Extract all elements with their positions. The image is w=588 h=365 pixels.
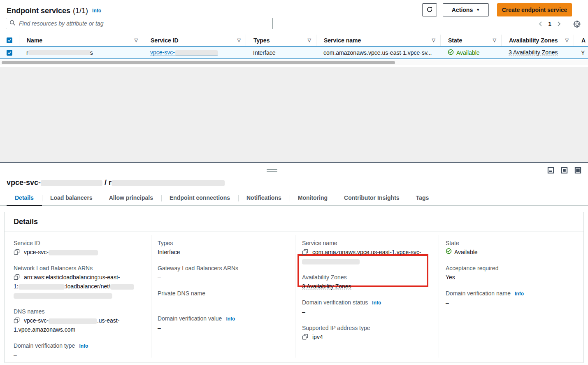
column-header-acceptance[interactable]: A	[574, 35, 588, 46]
search-input[interactable]	[19, 20, 269, 27]
field-private-dns-name: Private DNS name –	[158, 289, 289, 307]
split-panel-title: vpce-svc- / r	[7, 178, 225, 187]
redacted-text	[110, 284, 134, 290]
search-box[interactable]	[6, 18, 273, 29]
column-header-service-id[interactable]: Service ID ▽	[143, 35, 246, 46]
column-header-name[interactable]: Name ▽	[19, 35, 143, 46]
tab-load-balancers[interactable]: Load balancers	[42, 193, 101, 205]
copy-icon[interactable]	[302, 334, 308, 340]
details-column-3: Service name com.amazonaws.vpce.us-east-…	[302, 239, 435, 349]
column-header-types[interactable]: Types ▽	[246, 35, 316, 46]
pagination: 1	[536, 19, 581, 29]
split-panel: vpce-svc- / r Details Load balancers All…	[0, 162, 588, 365]
tab-endpoint-connections[interactable]: Endpoint connections	[161, 193, 238, 205]
details-card-heading: Details	[5, 212, 583, 232]
field-state: State Available	[446, 239, 577, 257]
copy-icon[interactable]	[302, 249, 308, 255]
tab-tags[interactable]: Tags	[408, 193, 437, 205]
field-availability-zones: Availability Zones 3 Availability Zones	[302, 273, 435, 291]
details-column-1: Service ID vpce-svc- Network Load Balanc…	[14, 239, 147, 365]
filter-icon[interactable]: ▽	[565, 37, 569, 43]
refresh-icon	[426, 6, 433, 14]
check-circle-icon	[446, 248, 452, 257]
create-endpoint-service-button[interactable]: Create endpoint service	[497, 3, 572, 16]
column-header-state[interactable]: State ▽	[440, 35, 501, 46]
panel-size-large-icon[interactable]	[574, 167, 581, 174]
tab-monitoring[interactable]: Monitoring	[290, 193, 336, 205]
redacted-text	[28, 50, 90, 55]
table-header: Name ▽ Service ID ▽ Types ▽ Service name…	[0, 35, 588, 46]
field-types: Types Interface	[158, 239, 289, 257]
redacted-text	[19, 284, 65, 290]
copy-icon[interactable]	[14, 317, 20, 323]
row-checkbox-cell	[0, 47, 19, 58]
info-link[interactable]: Info	[515, 291, 524, 297]
tab-contributor-insights[interactable]: Contributor Insights	[336, 193, 408, 205]
table-row[interactable]: r s vpce-svc- Interface com.amazonaws.vp…	[0, 46, 588, 59]
filter-icon[interactable]: ▽	[135, 37, 138, 43]
actions-button[interactable]: Actions ▼	[443, 3, 489, 16]
tab-allow-principals[interactable]: Allow principals	[101, 193, 161, 205]
check-circle-icon	[448, 49, 454, 56]
cell-availability-zones: 3 Availability Zones	[501, 47, 574, 58]
next-page-button[interactable]	[555, 19, 564, 28]
divider	[568, 20, 568, 28]
chevron-down-icon: ▼	[476, 8, 480, 12]
filter-icon[interactable]: ▽	[432, 37, 435, 43]
filter-icon[interactable]: ▽	[237, 37, 241, 43]
field-service-id: Service ID vpce-svc-	[14, 239, 147, 257]
page-number[interactable]: 1	[548, 21, 551, 27]
split-panel-drag-handle[interactable]	[267, 168, 277, 173]
tab-bar: Details Load balancers Allow principals …	[0, 193, 588, 206]
filter-icon[interactable]: ▽	[493, 37, 496, 43]
filter-icon[interactable]: ▽	[308, 37, 311, 43]
availability-zones-trigger[interactable]: 3 Availability Zones	[509, 49, 558, 56]
redacted-text	[49, 250, 98, 255]
aws-endpoint-services-page: Endpoint services (1/1) Info Actions ▼ C…	[0, 0, 588, 365]
info-link[interactable]: Info	[372, 300, 381, 306]
cell-name: r s	[19, 47, 143, 58]
select-all-checkbox[interactable]	[7, 37, 12, 43]
column-header-availability-zones[interactable]: Availability Zones ▽	[501, 35, 574, 46]
field-nlb-arns: Network Load Balancers ARNs arn:aws:elas…	[14, 264, 147, 300]
info-link[interactable]: Info	[92, 8, 101, 14]
info-link[interactable]: Info	[79, 343, 88, 349]
field-supported-ip-address-type: Supported IP address type ipv4	[302, 323, 435, 342]
refresh-button[interactable]	[422, 3, 437, 16]
select-all-checkbox-cell	[0, 35, 19, 46]
tab-notifications[interactable]: Notifications	[238, 193, 290, 205]
settings-gear-icon[interactable]	[572, 19, 581, 28]
row-checkbox[interactable]	[7, 50, 12, 56]
panel-size-small-icon[interactable]	[547, 167, 554, 174]
tab-details[interactable]: Details	[7, 193, 42, 205]
page-title: Endpoint services	[7, 7, 70, 15]
field-domain-verification-value: Domain verification valueInfo –	[158, 314, 289, 332]
search-icon	[9, 20, 16, 28]
redacted-text	[41, 180, 102, 186]
availability-zones-trigger[interactable]: 3 Availability Zones	[302, 283, 351, 290]
field-service-name: Service name com.amazonaws.vpce.us-east-…	[302, 239, 435, 266]
copy-icon[interactable]	[14, 249, 20, 255]
cell-types: Interface	[246, 47, 316, 58]
divider	[295, 235, 295, 358]
redacted-text	[49, 318, 97, 324]
previous-page-button[interactable]	[536, 19, 545, 28]
copy-icon[interactable]	[14, 274, 20, 280]
cell-state: Available	[440, 47, 501, 58]
field-domain-verification-type: Domain verification typeInfo –	[14, 341, 147, 360]
service-id-link[interactable]: vpce-svc-	[150, 49, 218, 56]
info-link[interactable]: Info	[226, 316, 235, 322]
column-header-service-name[interactable]: Service name ▽	[316, 35, 440, 46]
panel-size-medium-icon[interactable]	[561, 167, 568, 174]
resource-count: (1/1)	[73, 7, 88, 15]
divider	[151, 235, 151, 358]
cell-service-id: vpce-svc-	[143, 47, 246, 58]
cell-acceptance: Y	[574, 47, 588, 58]
cell-service-name: com.amazonaws.vpce.us-east-1.vpce-sv...	[316, 47, 440, 58]
table-section: Endpoint services (1/1) Info Actions ▼ C…	[0, 0, 588, 67]
redacted-text	[302, 259, 360, 264]
details-grid: Service ID vpce-svc- Network Load Balanc…	[5, 232, 583, 363]
scrollbar-thumb[interactable]	[2, 61, 395, 64]
redacted-text	[112, 180, 225, 186]
field-domain-verification-name: Domain verification nameInfo –	[446, 289, 577, 307]
